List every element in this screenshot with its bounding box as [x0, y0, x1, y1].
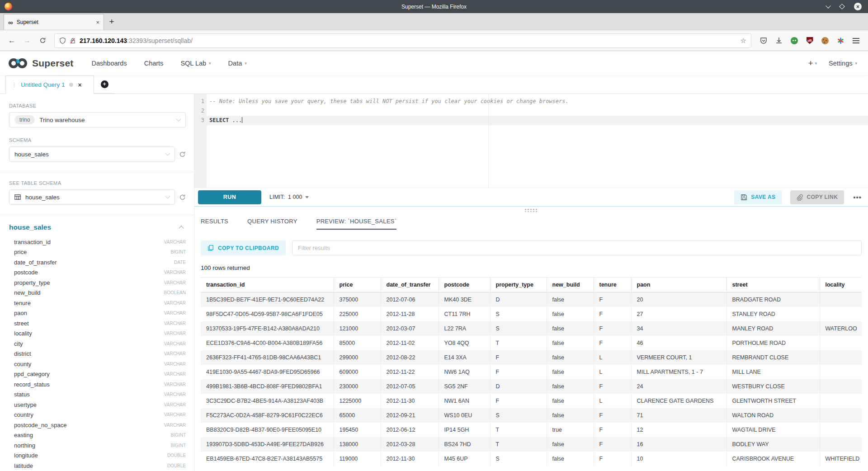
table-select[interactable]: house_sales — [9, 189, 175, 205]
table-cell: 10 — [631, 452, 726, 466]
url-domain: 217.160.120.143 — [80, 37, 127, 44]
column-header[interactable]: paon — [631, 278, 726, 292]
menu-hamburger-icon[interactable] — [852, 37, 860, 45]
window-titlebar: Superset — Mozilla Firefox × — [0, 0, 868, 13]
schema-column-row: paonVARCHAR — [9, 308, 186, 319]
sql-editor[interactable]: 1 2 3 -- Note: Unless you save your quer… — [194, 94, 868, 188]
forward-icon[interactable]: → — [21, 34, 33, 47]
column-name: county — [14, 361, 164, 367]
more-options-icon[interactable]: ••• — [853, 193, 862, 201]
table-columns-list: transaction_idVARCHARpriceBIGINTdate_of_… — [9, 237, 186, 471]
tab-preview-house-sales[interactable]: PREVIEW: `HOUSE_SALES` — [316, 218, 397, 230]
refresh-schemas-icon[interactable] — [179, 151, 186, 158]
plus-circle-icon: + — [101, 80, 108, 88]
column-header[interactable]: price — [334, 278, 381, 292]
table-cell: WESTBURY CLOSE — [726, 379, 820, 394]
window-minimize-icon[interactable] — [826, 3, 830, 8]
table-cell: L — [594, 394, 631, 408]
superset-logo[interactable]: Superset — [7, 57, 73, 70]
table-cell: 2012-11-30 — [381, 452, 439, 466]
settings-menu[interactable]: Settings▾ — [829, 60, 857, 67]
new-tab-button[interactable]: + — [104, 13, 119, 30]
table-cell: 2012-06-12 — [381, 423, 439, 437]
tab-results[interactable]: RESULTS — [201, 218, 228, 230]
table-cell: false — [547, 394, 594, 408]
nav-charts[interactable]: Charts — [144, 60, 164, 67]
extension-asterisk-icon[interactable] — [836, 37, 844, 45]
nav-dashboards[interactable]: Dashboards — [91, 60, 127, 67]
downloads-icon[interactable] — [775, 37, 783, 45]
column-header[interactable]: locality — [820, 278, 862, 292]
collapse-caret-icon[interactable] — [179, 226, 184, 231]
table-cell: 299000 — [334, 350, 381, 365]
window-maximize-icon[interactable] — [839, 4, 845, 9]
browser-tabstrip: ∞ Superset × + — [0, 13, 868, 30]
copy-to-clipboard-button[interactable]: COPY TO CLIPBOARD — [201, 240, 286, 255]
privacy-badger-icon[interactable] — [790, 37, 798, 45]
column-name: price — [14, 249, 171, 255]
query-tab-close-icon[interactable]: × — [78, 81, 82, 89]
table-row: EB1459EB-67ED-47C8-B2E7-A38143AB55751190… — [201, 452, 862, 466]
column-name: easting — [14, 432, 171, 438]
table-cell: GLENTWORTH STREET — [726, 394, 820, 408]
column-type: BOOLEAN — [164, 290, 186, 295]
reload-icon[interactable] — [36, 34, 49, 47]
column-header[interactable]: new_build — [547, 278, 594, 292]
tab-close-icon[interactable]: × — [96, 19, 99, 26]
table-cell: 230000 — [334, 379, 381, 394]
chevron-down-icon — [165, 151, 170, 155]
caret-down-icon: ▾ — [245, 61, 247, 66]
query-tab-active[interactable]: ⋮ Untitled Query 1 × — [5, 75, 94, 94]
column-header[interactable]: date_of_transfer — [381, 278, 439, 292]
column-header[interactable]: street — [726, 278, 820, 292]
back-icon[interactable]: ← — [5, 34, 18, 47]
refresh-tables-icon[interactable] — [179, 194, 186, 201]
column-header[interactable]: tenure — [594, 278, 631, 292]
bookmark-star-icon[interactable]: ☆ — [741, 37, 746, 45]
run-button[interactable]: RUN — [198, 190, 261, 204]
column-type: VARCHAR — [164, 392, 186, 397]
filter-results-input[interactable] — [292, 240, 862, 255]
insecure-lock-icon[interactable] — [70, 37, 76, 44]
limit-dropdown[interactable]: LIMIT: 1 000 — [269, 194, 309, 200]
nav-sql-lab[interactable]: SQL Lab▾ — [180, 60, 211, 67]
table-cell: NW6 1AQ — [439, 365, 490, 379]
drag-handle-icon[interactable]: ⋮ — [11, 81, 17, 88]
shield-icon[interactable] — [59, 37, 66, 44]
database-select[interactable]: trino Trino warehouse — [9, 112, 186, 127]
add-new-button[interactable]: +▾ — [808, 58, 817, 68]
column-type: VARCHAR — [164, 331, 186, 336]
new-query-tab-button[interactable]: + — [94, 75, 115, 94]
ublock-icon[interactable]: uB — [806, 37, 814, 45]
browser-tab-title: Superset — [17, 19, 93, 25]
schema-select[interactable]: house_sales — [9, 146, 175, 162]
copy-link-button[interactable]: COPY LINK — [790, 190, 844, 204]
cookie-extension-icon[interactable] — [821, 37, 829, 45]
results-grid: transaction_idpricedate_of_transferpostc… — [201, 277, 862, 471]
link-icon — [797, 194, 803, 201]
schema-column-row: eastingBIGINT — [9, 430, 186, 441]
column-header[interactable]: property_type — [490, 278, 547, 292]
pane-drag-handle[interactable] — [201, 207, 862, 214]
save-as-button[interactable]: SAVE AS — [734, 190, 782, 204]
column-header[interactable]: transaction_id — [201, 278, 334, 292]
table-row: 193907D3-5DBD-453D-A49E-9FEE27DAB9261380… — [201, 437, 862, 452]
column-header[interactable]: postcode — [439, 278, 490, 292]
table-cell: 27 — [631, 307, 726, 321]
tab-query-history[interactable]: QUERY HISTORY — [247, 218, 297, 230]
url-bar[interactable]: 217.160.120.143:32393/superset/sqllab/ ☆ — [54, 33, 751, 48]
column-type: VARCHAR — [164, 270, 186, 275]
pocket-icon[interactable] — [760, 37, 768, 45]
table-row: 98F5DC47-0D05-4D59-95B7-98CA6F1FDE052250… — [201, 307, 862, 321]
browser-tab[interactable]: ∞ Superset × — [4, 14, 104, 30]
window-close-icon[interactable]: × — [854, 3, 862, 10]
caret-down-icon — [305, 196, 309, 198]
nav-data[interactable]: Data▾ — [228, 60, 247, 67]
table-cell: 2012-11-02 — [381, 336, 439, 350]
table-cell: WAGTAIL DRIVE — [726, 423, 820, 437]
table-cell: S — [490, 408, 547, 423]
table-cell: 609000 — [334, 365, 381, 379]
table-cell: 65000 — [334, 408, 381, 423]
table-cell: F — [594, 437, 631, 452]
query-tab-title: Untitled Query 1 — [21, 81, 65, 88]
